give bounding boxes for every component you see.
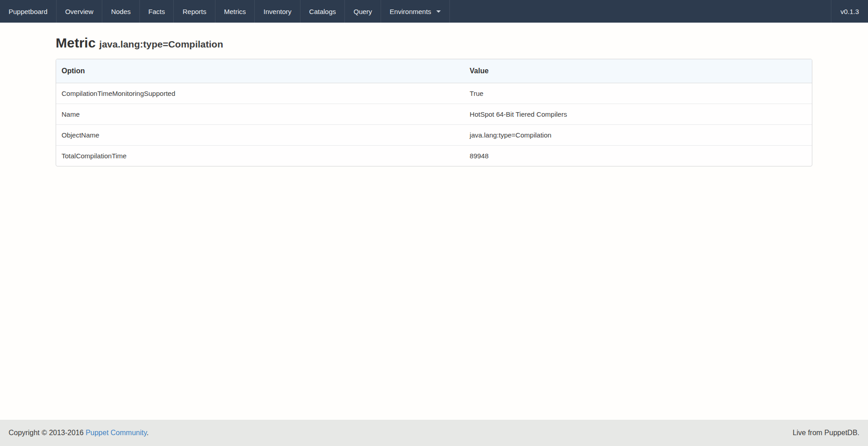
metric-name-subtitle: java.lang:type=Compilation bbox=[99, 39, 223, 49]
nav-environments-dropdown[interactable]: Environments bbox=[381, 0, 450, 23]
nav-item-overview[interactable]: Overview bbox=[57, 0, 103, 23]
nav-item-metrics[interactable]: Metrics bbox=[215, 0, 255, 23]
column-header-value: Value bbox=[464, 59, 812, 83]
navbar-spacer bbox=[450, 0, 831, 23]
page-title: Metricjava.lang:type=Compilation bbox=[56, 35, 812, 50]
column-header-option: Option bbox=[56, 59, 464, 83]
page-title-text: Metric bbox=[56, 35, 95, 50]
copyright-text: Copyright © 2013-2016 Puppet Community. bbox=[9, 429, 148, 437]
value-cell: java.lang:type=Compilation bbox=[464, 125, 812, 146]
table-row: TotalCompilationTime 89948 bbox=[56, 146, 812, 166]
chevron-down-icon bbox=[436, 10, 441, 13]
copyright-period: . bbox=[147, 429, 148, 437]
nav-item-catalogs[interactable]: Catalogs bbox=[300, 0, 345, 23]
nav-item-puppetboard[interactable]: Puppetboard bbox=[0, 0, 57, 23]
value-cell: 89948 bbox=[464, 146, 812, 166]
live-from-puppetdb-text: Live from PuppetDB. bbox=[792, 429, 859, 437]
version-label: v0.1.3 bbox=[831, 0, 868, 23]
table-header-row: Option Value bbox=[56, 59, 812, 83]
main-content: Metricjava.lang:type=Compilation Option … bbox=[0, 23, 868, 420]
nav-item-nodes[interactable]: Nodes bbox=[102, 0, 139, 23]
nav-item-query[interactable]: Query bbox=[345, 0, 381, 23]
metric-table: Option Value CompilationTimeMonitoringSu… bbox=[56, 59, 812, 166]
nav-item-reports[interactable]: Reports bbox=[174, 0, 215, 23]
value-cell: HotSpot 64-Bit Tiered Compilers bbox=[464, 104, 812, 125]
nav-item-facts[interactable]: Facts bbox=[140, 0, 174, 23]
value-cell: True bbox=[464, 83, 812, 104]
option-cell: Name bbox=[56, 104, 464, 125]
table-row: ObjectName java.lang:type=Compilation bbox=[56, 125, 812, 146]
table-row: Name HotSpot 64-Bit Tiered Compilers bbox=[56, 104, 812, 125]
nav-item-inventory[interactable]: Inventory bbox=[255, 0, 300, 23]
table-row: CompilationTimeMonitoringSupported True bbox=[56, 83, 812, 104]
page-footer: Copyright © 2013-2016 Puppet Community. … bbox=[0, 420, 868, 446]
option-cell: CompilationTimeMonitoringSupported bbox=[56, 83, 464, 104]
navbar: Puppetboard Overview Nodes Facts Reports… bbox=[0, 0, 868, 23]
option-cell: ObjectName bbox=[56, 125, 464, 146]
copyright-prefix: Copyright © 2013-2016 bbox=[9, 429, 84, 437]
nav-environments-label: Environments bbox=[390, 8, 431, 15]
puppet-community-link[interactable]: Puppet Community bbox=[86, 429, 147, 437]
option-cell: TotalCompilationTime bbox=[56, 146, 464, 166]
